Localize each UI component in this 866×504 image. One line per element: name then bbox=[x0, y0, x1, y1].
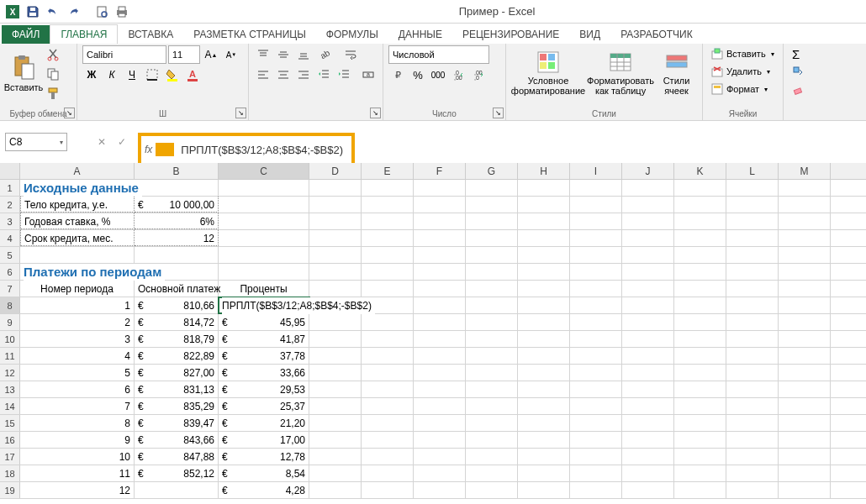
cell-A18[interactable]: 11 bbox=[20, 465, 135, 481]
cell[interactable] bbox=[309, 247, 362, 263]
cell-B4[interactable]: 12 bbox=[135, 230, 219, 246]
cell[interactable] bbox=[570, 314, 622, 330]
cell-A3[interactable]: Годовая ставка, % bbox=[20, 213, 135, 229]
row-header-13[interactable]: 13 bbox=[0, 381, 20, 397]
row-header-12[interactable]: 12 bbox=[0, 365, 20, 381]
cell[interactable] bbox=[674, 449, 726, 465]
cell[interactable] bbox=[726, 365, 779, 381]
align-top-icon[interactable] bbox=[254, 45, 272, 64]
cell[interactable] bbox=[779, 281, 831, 297]
cell[interactable] bbox=[622, 331, 674, 347]
cell-B14[interactable]: €835,29 bbox=[135, 398, 219, 414]
tab-developer[interactable]: РАЗРАБОТЧИК bbox=[610, 25, 703, 44]
row-header-14[interactable]: 14 bbox=[0, 398, 20, 414]
increase-decimal-icon[interactable]: ,0,00 bbox=[449, 66, 467, 84]
fill-color-icon[interactable] bbox=[163, 66, 182, 84]
cell[interactable] bbox=[779, 314, 831, 330]
cell-A16[interactable]: 9 bbox=[20, 432, 135, 448]
cell-C18[interactable]: €8,54 bbox=[219, 465, 309, 481]
cell[interactable] bbox=[309, 365, 362, 381]
font-name-select[interactable] bbox=[82, 45, 166, 64]
cell[interactable] bbox=[518, 398, 570, 414]
cell[interactable] bbox=[570, 449, 622, 465]
cell-B18[interactable]: €852,12 bbox=[135, 465, 219, 481]
cell-A7[interactable]: Номер периода bbox=[20, 281, 135, 297]
cell[interactable] bbox=[779, 381, 831, 397]
row-header-3[interactable]: 3 bbox=[0, 213, 20, 229]
cell[interactable] bbox=[622, 281, 674, 297]
cell[interactable] bbox=[466, 230, 518, 246]
cell[interactable] bbox=[570, 297, 622, 313]
cell[interactable] bbox=[779, 297, 831, 313]
cell[interactable] bbox=[674, 465, 726, 481]
cell[interactable] bbox=[622, 247, 674, 263]
cell[interactable] bbox=[414, 264, 466, 280]
cell[interactable] bbox=[362, 331, 414, 347]
cell-A12[interactable]: 5 bbox=[20, 365, 135, 381]
col-header-H[interactable]: H bbox=[518, 163, 570, 179]
save-icon[interactable] bbox=[24, 3, 42, 21]
dialog-launcher-alignment[interactable]: ↘ bbox=[370, 108, 381, 118]
cell[interactable] bbox=[570, 180, 622, 196]
row-header-19[interactable]: 19 bbox=[0, 482, 20, 498]
cell[interactable] bbox=[726, 197, 779, 213]
formula-text[interactable]: ПРПЛТ($B$3/12;A8;$B$4;-$B$2) bbox=[181, 144, 343, 156]
tab-layout[interactable]: РАЗМЕТКА СТРАНИЦЫ bbox=[183, 25, 316, 44]
cell[interactable] bbox=[362, 348, 414, 364]
cell[interactable] bbox=[466, 180, 518, 196]
tab-home[interactable]: ГЛАВНАЯ bbox=[50, 24, 118, 44]
cell[interactable] bbox=[414, 381, 466, 397]
cell[interactable] bbox=[570, 348, 622, 364]
cell[interactable] bbox=[570, 331, 622, 347]
cell[interactable] bbox=[135, 247, 219, 263]
col-header-A[interactable]: A bbox=[20, 163, 135, 179]
cell[interactable] bbox=[570, 213, 622, 229]
cell[interactable] bbox=[674, 432, 726, 448]
cell[interactable] bbox=[309, 197, 362, 213]
cell[interactable] bbox=[674, 213, 726, 229]
cell[interactable] bbox=[726, 398, 779, 414]
fill-icon[interactable] bbox=[789, 63, 816, 80]
cell[interactable] bbox=[219, 213, 309, 229]
cell[interactable] bbox=[518, 314, 570, 330]
cell[interactable] bbox=[518, 449, 570, 465]
cell-B9[interactable]: €814,72 bbox=[135, 314, 219, 330]
cell[interactable] bbox=[726, 213, 779, 229]
cell[interactable] bbox=[309, 281, 362, 297]
col-header-B[interactable]: B bbox=[135, 163, 219, 179]
cell-B15[interactable]: €839,47 bbox=[135, 415, 219, 431]
cell-B17[interactable]: €847,88 bbox=[135, 449, 219, 465]
delete-cells-button[interactable]: Удалить▾ bbox=[708, 63, 778, 80]
cell[interactable] bbox=[362, 264, 414, 280]
cell[interactable] bbox=[622, 297, 674, 313]
cell-C7[interactable]: Проценты bbox=[219, 281, 309, 297]
cell[interactable] bbox=[726, 230, 779, 246]
cell-C13[interactable]: €29,53 bbox=[219, 381, 309, 397]
cell[interactable] bbox=[622, 432, 674, 448]
cell[interactable] bbox=[219, 197, 309, 213]
cell[interactable] bbox=[779, 482, 831, 498]
cell[interactable] bbox=[309, 314, 362, 330]
excel-icon[interactable]: X bbox=[3, 3, 22, 21]
cell[interactable] bbox=[518, 415, 570, 431]
cell[interactable] bbox=[570, 415, 622, 431]
cell[interactable] bbox=[674, 230, 726, 246]
align-bottom-icon[interactable] bbox=[294, 45, 313, 64]
cell[interactable] bbox=[466, 465, 518, 481]
conditional-format-button[interactable]: Условное форматирование bbox=[511, 45, 585, 101]
cell[interactable] bbox=[309, 449, 362, 465]
cell[interactable] bbox=[674, 197, 726, 213]
cell[interactable] bbox=[726, 314, 779, 330]
cell[interactable] bbox=[674, 247, 726, 263]
cell[interactable] bbox=[674, 415, 726, 431]
orientation-icon[interactable]: ab bbox=[314, 45, 333, 64]
cell[interactable] bbox=[518, 197, 570, 213]
col-header-I[interactable]: I bbox=[570, 163, 622, 179]
cell[interactable] bbox=[362, 381, 414, 397]
cell-A2[interactable]: Тело кредита, у.е. bbox=[20, 197, 135, 213]
cell[interactable] bbox=[414, 247, 466, 263]
cell[interactable] bbox=[518, 465, 570, 481]
cell[interactable] bbox=[309, 398, 362, 414]
format-as-table-button[interactable]: Форматировать как таблицу bbox=[585, 45, 656, 101]
cell[interactable] bbox=[518, 331, 570, 347]
